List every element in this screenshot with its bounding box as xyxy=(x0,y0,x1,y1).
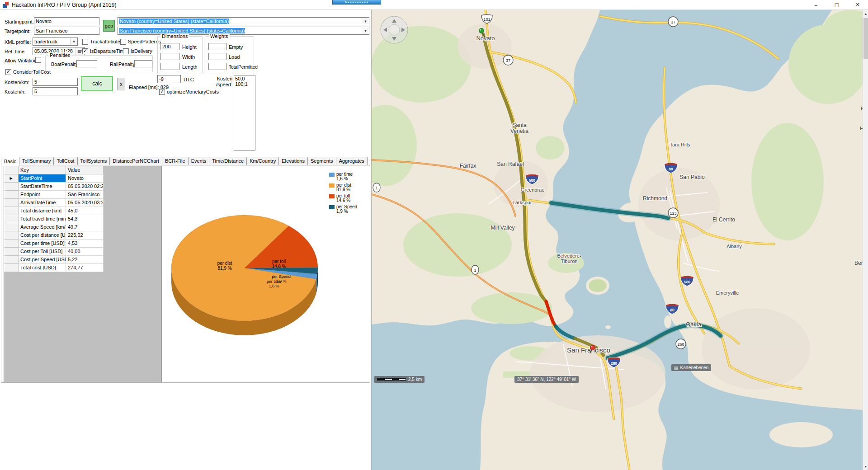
cell-value[interactable]: 225,02 xyxy=(66,231,104,240)
table-row[interactable]: Total distance [km]45,0 xyxy=(4,207,161,215)
cell-key[interactable]: StartDateTime xyxy=(19,183,66,191)
tab-tollsystems[interactable]: TollSystems xyxy=(78,157,110,165)
cell-value[interactable]: 54,3 xyxy=(66,215,104,223)
cell-key[interactable]: Cost per distance [USD] xyxy=(19,231,66,240)
targetpoint-input[interactable] xyxy=(34,27,99,35)
cell-key[interactable]: Endpoint xyxy=(19,191,66,199)
cell-value[interactable]: 45,0 xyxy=(66,207,104,215)
checkbox[interactable] xyxy=(82,39,88,45)
map[interactable]: NovatoSantaVenetiaFairfaxSan RafaelGreen… xyxy=(372,10,868,470)
scroll-up-icon[interactable]: ▲ xyxy=(863,10,868,17)
cell-key[interactable]: Total distance [km] xyxy=(19,207,66,215)
grid-column-value[interactable]: Value xyxy=(66,166,104,174)
kosten-km-input[interactable] xyxy=(33,78,78,86)
minimize-button[interactable]: – xyxy=(806,0,826,10)
row-selector[interactable] xyxy=(4,231,19,240)
checkbox-checked[interactable] xyxy=(159,89,165,95)
cell-value[interactable]: 40,00 xyxy=(66,248,104,256)
cell-key[interactable]: Cost per Speed [USD] xyxy=(19,256,66,264)
cell-value[interactable]: Novato xyxy=(66,174,104,183)
railpenalty-input[interactable] xyxy=(134,60,152,67)
row-selector[interactable] xyxy=(4,264,19,272)
cell-key[interactable]: StartPoint xyxy=(19,174,66,183)
map-pan-control[interactable] xyxy=(380,15,409,45)
tab-aggregates[interactable]: Aggregates xyxy=(336,157,368,165)
docked-window-fragment[interactable] xyxy=(332,0,381,5)
row-selector[interactable] xyxy=(4,240,19,248)
kosten-speed-listbox[interactable]: 50;0100;1 xyxy=(234,75,255,150)
cell-key[interactable]: Cost per Toll [USD] xyxy=(19,248,66,256)
dropdown-arrow-icon[interactable]: ▾ xyxy=(70,38,77,45)
utc-input[interactable] xyxy=(157,75,181,83)
tab-tollcost[interactable]: TollCost xyxy=(54,157,77,165)
width-input[interactable] xyxy=(160,53,179,60)
cell-key[interactable]: Average Speed [km/h] xyxy=(19,223,66,231)
table-row[interactable]: Average Speed [km/h]49,7 xyxy=(4,223,161,231)
truckattributes-checkbox[interactable]: Truckattributes xyxy=(82,38,123,45)
maximize-button[interactable]: ▢ xyxy=(826,0,847,10)
row-selector[interactable]: ▶ xyxy=(4,174,19,183)
table-row[interactable]: Total cost [USD]274,77 xyxy=(4,264,161,272)
boatpenalty-input[interactable] xyxy=(76,60,97,67)
dropdown-arrow-icon[interactable]: ▾ xyxy=(362,27,369,34)
height-input[interactable] xyxy=(160,43,179,50)
table-row[interactable]: Cost per time [USD]4,53 xyxy=(4,240,161,248)
tab-tollsummary[interactable]: TollSummary xyxy=(19,157,54,165)
cell-key[interactable]: ArrivalDateTime xyxy=(19,199,66,207)
cell-value[interactable]: 274,77 xyxy=(66,264,104,272)
length-input[interactable] xyxy=(160,63,179,70)
tab-events[interactable]: Events xyxy=(189,157,210,165)
row-selector[interactable] xyxy=(4,215,19,223)
scrollbar-thumb[interactable] xyxy=(863,18,868,59)
optimize-monetary-checkbox[interactable]: optimizeMonetaryCosts xyxy=(159,89,219,95)
isdeparturetime-checkbox[interactable]: IsDepartureTime xyxy=(82,48,127,54)
considertollcost-checkbox[interactable]: ConsiderTollCost xyxy=(5,69,51,75)
checkbox[interactable] xyxy=(120,39,126,45)
tab-elevations[interactable]: Elevations xyxy=(279,157,308,165)
geo-button[interactable]: geo xyxy=(103,20,115,32)
map-vertical-scrollbar[interactable]: ▲ ▼ xyxy=(863,10,868,470)
empty-input[interactable] xyxy=(208,43,226,50)
scroll-down-icon[interactable]: ▼ xyxy=(863,463,868,470)
list-item[interactable]: 50;0 xyxy=(235,76,254,81)
xml-profile-combobox[interactable]: trailertruck ▾ xyxy=(33,38,78,46)
cell-key[interactable]: Total cost [USD] xyxy=(19,264,66,272)
checkbox-checked[interactable] xyxy=(5,69,11,75)
table-row[interactable]: Cost per Speed [USD]5,22 xyxy=(4,256,161,264)
table-row[interactable]: ArrivalDateTime05.05.2020 03:22 xyxy=(4,199,161,207)
speedpatterns-checkbox[interactable]: SpeedPatterns xyxy=(120,38,161,45)
cell-value[interactable]: 4,53 xyxy=(66,240,104,248)
cell-value[interactable]: 5,22 xyxy=(66,256,104,264)
target-combobox[interactable]: San Francisco (country=United States) (s… xyxy=(118,27,369,35)
isdelivery-checkbox[interactable]: isDelivery xyxy=(123,48,152,54)
checkbox-checked[interactable] xyxy=(82,48,88,54)
grid-corner-cell[interactable] xyxy=(4,166,19,174)
row-selector[interactable] xyxy=(4,207,19,215)
kosten-h-input[interactable] xyxy=(33,87,78,95)
startingpoint-input[interactable] xyxy=(34,17,99,25)
tab-distanceperncchart[interactable]: DistancePerNCChart xyxy=(110,157,162,165)
cell-key[interactable]: Total travel time [min] xyxy=(19,215,66,223)
table-row[interactable]: StartDateTime05.05.2020 02:28 xyxy=(4,183,161,191)
row-selector[interactable] xyxy=(4,191,19,199)
row-selector[interactable] xyxy=(4,223,19,231)
table-row[interactable]: Cost per Toll [USD]40,00 xyxy=(4,248,161,256)
checkbox[interactable] xyxy=(123,48,129,54)
x-button[interactable]: x xyxy=(117,78,125,90)
cell-value[interactable]: 49,7 xyxy=(66,223,104,231)
map-panel[interactable]: NovatoSantaVenetiaFairfaxSan RafaelGreen… xyxy=(372,10,868,470)
map-layers-button[interactable]: ▤ Kartenebenen xyxy=(671,364,711,371)
calc-button[interactable]: calc xyxy=(81,76,113,91)
tab-segments[interactable]: Segments xyxy=(308,157,336,165)
totalpermitted-input[interactable] xyxy=(208,63,226,70)
tab-basic[interactable]: Basic xyxy=(1,157,19,166)
tab-km-country[interactable]: Km/Country xyxy=(247,157,279,165)
dropdown-arrow-icon[interactable]: ▾ xyxy=(362,18,369,25)
row-selector[interactable] xyxy=(4,248,19,256)
cell-value[interactable]: 05.05.2020 02:28 xyxy=(66,183,104,191)
start-combobox[interactable]: Novato (country=United States) (state=Ca… xyxy=(118,17,369,25)
table-row[interactable]: Cost per distance [USD]225,02 xyxy=(4,231,161,240)
row-selector[interactable] xyxy=(4,256,19,264)
cell-value[interactable]: 05.05.2020 03:22 xyxy=(66,199,104,207)
tab-bcr-file[interactable]: BCR-File xyxy=(162,157,189,165)
